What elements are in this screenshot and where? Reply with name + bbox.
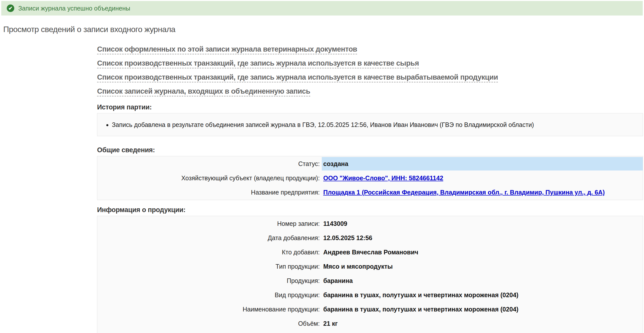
general-info-heading: Общие сведения: — [97, 146, 643, 154]
batch-history-item: Запись добавлена в результате объединени… — [112, 121, 643, 128]
related-links-list: Список оформленных по этой записи журнал… — [97, 45, 643, 101]
enterprise-link[interactable]: Площадка 1 (Российская Федерация, Владим… — [323, 189, 605, 196]
remainder-value: 21 кг — [322, 331, 643, 333]
field-label-date-added: Дата добавления: — [97, 231, 322, 245]
field-label-record-number: Номер записи: — [97, 217, 322, 230]
table-row-added-by: Кто добавил: Андреев Вячеслав Романович — [97, 245, 643, 259]
table-row-date-added: Дата добавления: 12.05.2025 12:56 — [97, 231, 643, 245]
date-added-value: 12.05.2025 12:56 — [322, 231, 643, 245]
product-type-value: Мясо и мясопродукты — [322, 260, 643, 273]
status-badge: создана — [323, 160, 348, 167]
product-info-heading: Информация о продукции: — [97, 206, 643, 214]
batch-history-box: Запись добавлена в результате объединени… — [97, 113, 643, 136]
batch-history-heading: История партии: — [97, 103, 643, 111]
link-merged-records[interactable]: Список записей журнала, входящих в объед… — [97, 87, 310, 96]
field-label-volume: Объём: — [97, 317, 322, 330]
status-value-cell: создана — [322, 157, 643, 171]
field-label-product: Продукция: — [97, 274, 322, 287]
table-row-product-kind: Вид продукции: баранина в тушах, полутуш… — [97, 288, 643, 302]
link-transactions-produced[interactable]: Список производственных транзакций, где … — [97, 73, 498, 82]
success-notification: ✔ Записи журнала успешно объединены — [1, 1, 643, 16]
table-row-product-type: Тип продукции: Мясо и мясопродукты — [97, 260, 643, 273]
table-row-enterprise: Название предприятия: Площадка 1 (Россий… — [97, 186, 643, 199]
record-number-value: 1143009 — [322, 217, 643, 230]
business-entity-cell: ООО "Живое-Слово", ИНН: 5824661142 — [322, 171, 643, 185]
field-label-remainder: Остаток: — [97, 331, 322, 333]
field-label-enterprise: Название предприятия: — [97, 186, 322, 199]
table-row-status: Статус: создана — [97, 157, 643, 171]
business-entity-link[interactable]: ООО "Живое-Слово", ИНН: 5824661142 — [323, 175, 443, 182]
general-info-table: Статус: создана Хозяйствующий субъект (в… — [97, 156, 643, 200]
enterprise-cell: Площадка 1 (Российская Федерация, Владим… — [322, 186, 643, 199]
page-title: Просмотр сведений о записи входного журн… — [3, 25, 644, 34]
link-vet-documents[interactable]: Список оформленных по этой записи журнал… — [97, 45, 357, 54]
link-row: Список производственных транзакций, где … — [97, 59, 643, 73]
product-kind-value: баранина в тушах, полутушах и четвертина… — [322, 288, 643, 302]
field-label-product-name: Наименование продукции: — [97, 302, 322, 316]
field-label-business-entity: Хозяйствующий субъект (владелец продукци… — [97, 171, 322, 185]
check-circle-icon: ✔ — [7, 5, 14, 12]
table-row-record-number: Номер записи: 1143009 — [97, 217, 643, 230]
product-name-value: баранина в тушах, полутушах и четвертина… — [322, 302, 643, 316]
field-label-product-kind: Вид продукции: — [97, 288, 322, 302]
link-row: Список оформленных по этой записи журнал… — [97, 45, 643, 59]
product-info-table: Номер записи: 1143009 Дата добавления: 1… — [97, 216, 643, 333]
table-row-volume: Объём: 21 кг — [97, 317, 643, 330]
table-row-remainder: Остаток: 21 кг — [97, 331, 643, 333]
field-label-product-type: Тип продукции: — [97, 260, 322, 273]
table-row-product: Продукция: баранина — [97, 274, 643, 287]
field-label-status: Статус: — [97, 157, 322, 171]
table-row-product-name: Наименование продукции: баранина в тушах… — [97, 302, 643, 316]
notification-message: Записи журнала успешно объединены — [18, 5, 130, 12]
batch-history-list: Запись добавлена в результате объединени… — [103, 121, 643, 128]
main-content: Список оформленных по этой записи журнал… — [97, 45, 643, 333]
product-value: баранина — [322, 274, 643, 287]
link-transactions-raw-material[interactable]: Список производственных транзакций, где … — [97, 59, 419, 68]
link-row: Список производственных транзакций, где … — [97, 73, 643, 87]
field-label-added-by: Кто добавил: — [97, 245, 322, 259]
volume-value: 21 кг — [322, 317, 643, 330]
table-row-business-entity: Хозяйствующий субъект (владелец продукци… — [97, 171, 643, 185]
link-row: Список записей журнала, входящих в объед… — [97, 87, 643, 101]
added-by-value: Андреев Вячеслав Романович — [322, 245, 643, 259]
